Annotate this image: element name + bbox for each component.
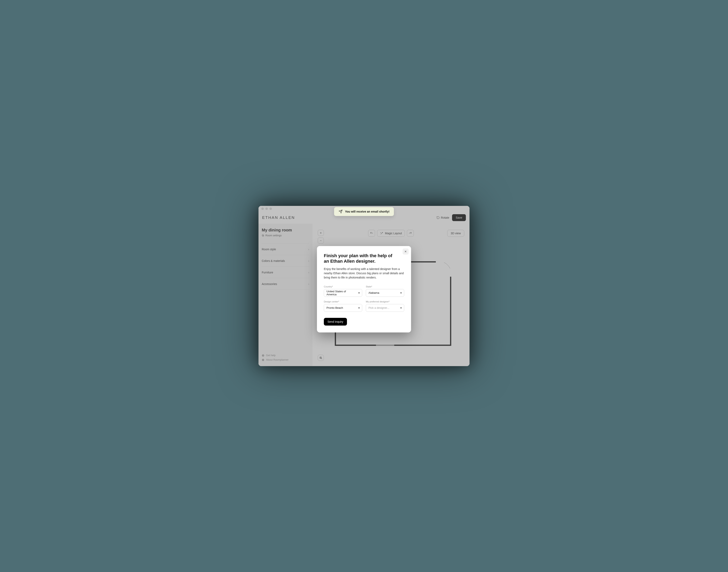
design-center-select[interactable]: Pronto Beach xyxy=(324,304,362,312)
preferred-designer-select[interactable]: Pick a designer... xyxy=(366,304,404,312)
modal-title: Finish your plan with the help of an Eth… xyxy=(324,253,397,264)
toast: You will receive an email shortly! xyxy=(334,207,394,216)
close-icon: ✕ xyxy=(404,250,407,253)
modal-close-button[interactable]: ✕ xyxy=(403,248,409,255)
app-window: ETHAN ALLEN Rotate Save My dining room xyxy=(259,206,469,366)
country-select[interactable]: United States of America xyxy=(324,289,362,297)
paper-plane-icon xyxy=(338,210,342,214)
design-center-label: Design center* xyxy=(324,300,362,303)
state-select[interactable]: Alabama xyxy=(366,289,404,297)
state-label: State* xyxy=(366,285,404,288)
preferred-designer-label: My preferred designer* xyxy=(366,300,404,303)
modal-body: Enjoy the benefits of working with a tal… xyxy=(324,267,404,280)
toast-text: You will receive an email shortly! xyxy=(345,210,389,213)
send-inquiry-button[interactable]: Send inquiry xyxy=(324,318,347,326)
designer-modal: ✕ Finish your plan with the help of an E… xyxy=(317,246,411,333)
country-label: Country* xyxy=(324,285,362,288)
